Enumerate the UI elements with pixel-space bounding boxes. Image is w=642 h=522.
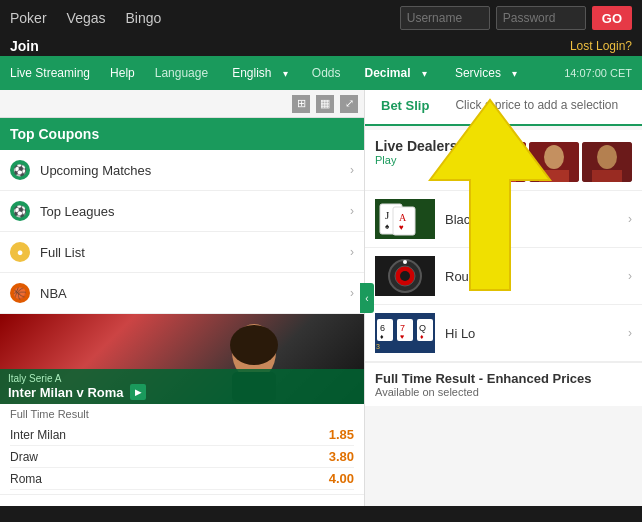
svg-text:♥: ♥ [400,333,404,340]
menu-full-list[interactable]: ● Full List › [0,232,364,273]
game-nav: Poker Vegas Bingo [10,10,161,26]
menu-nba-label: NBA [40,286,350,301]
blackjack-label: Blackjack [445,212,628,227]
nav-decimal-dropdown[interactable]: Decimal ▾ [357,66,435,80]
expand-icon[interactable]: ⤢ [340,95,358,113]
match-result-section: Full Time Result Inter Milan 1.85 Draw 3… [0,404,364,495]
team-1-odds[interactable]: 1.85 [329,427,354,442]
svg-text:6: 6 [380,323,385,333]
circle-icon: ● [10,242,30,262]
hilo-label: Hi Lo [445,326,628,341]
svg-point-22 [400,271,410,281]
team-2-name: Roma [10,472,329,486]
draw-odds[interactable]: 3.80 [329,449,354,464]
arrow-icon-3: › [350,245,354,259]
basketball-icon: 🏀 [10,283,30,303]
result-row-1[interactable]: Inter Milan 1.85 [10,424,354,446]
svg-rect-5 [486,170,516,182]
team-1-name: Inter Milan [10,428,329,442]
result-row-2[interactable]: Draw 3.80 [10,446,354,468]
play-icon[interactable]: ▶ [130,384,146,400]
grid-icon[interactable]: ⊞ [292,95,310,113]
nav-english-dropdown[interactable]: English ▾ [224,66,296,80]
login-area: GO [400,6,632,30]
hilo-arrow-icon: › [628,326,632,340]
bingo-link[interactable]: Bingo [126,10,162,26]
password-input[interactable] [496,6,586,30]
sidebar-toolbar: ⊞ ▦ ⤢ [0,90,364,118]
roulette-thumb [375,256,435,296]
svg-point-1 [230,325,278,365]
svg-text:♥: ♥ [399,223,404,232]
draw-name: Draw [10,450,329,464]
nav-services-dropdown[interactable]: Services ▾ [447,66,525,80]
arrow-icon-1: › [350,163,354,177]
arrow-icon-2: › [350,204,354,218]
menu-top-leagues-label: Top Leagues [40,204,350,219]
poker-link[interactable]: Poker [10,10,47,26]
svg-point-23 [403,260,407,264]
featured-league: Italy Serie A [8,373,356,384]
join-row: Join Lost Login? [0,36,642,56]
svg-point-10 [597,145,617,169]
menu-upcoming-label: Upcoming Matches [40,163,350,178]
live-dealers-images [476,142,632,182]
result-title: Full Time Result [10,408,354,420]
live-dealers-section: Live Dealers Play [365,130,642,191]
svg-text:J: J [385,209,390,221]
betslip-header: Bet Slip Click a price to add a selectio… [365,90,642,126]
bar-icon[interactable]: ▦ [316,95,334,113]
right-panel: Bet Slip Click a price to add a selectio… [365,90,642,506]
casino-blackjack[interactable]: J ♠ A ♥ Blackjack › [365,191,642,248]
enhanced-subtitle: Available on selected [375,386,632,398]
featured-match: Inter Milan v Roma ▶ [8,384,356,400]
hilo-thumb: 6 ♦ 7 ♥ Q ♦ 3 [375,313,435,353]
casino-hilo[interactable]: 6 ♦ 7 ♥ Q ♦ 3 Hi Lo › [365,305,642,362]
enhanced-prices-section: Full Time Result - Enhanced Prices Avail… [365,362,642,406]
live-dealers-play[interactable]: Play [375,154,458,166]
casino-items: J ♠ A ♥ Blackjack › [365,191,642,362]
svg-text:Q: Q [419,323,426,333]
nav-live-streaming[interactable]: Live Streaming [6,66,94,80]
enhanced-title: Full Time Result - Enhanced Prices [375,371,632,386]
menu-upcoming-matches[interactable]: ⚽ Upcoming Matches › [0,150,364,191]
svg-text:♦: ♦ [420,333,424,340]
nav-odds-label: Odds [308,66,345,80]
svg-text:♦: ♦ [380,333,384,340]
match-name: Inter Milan v Roma [8,385,124,400]
nav-bar: Live Streaming Help Language English ▾ O… [0,56,642,90]
team-2-odds[interactable]: 4.00 [329,471,354,486]
featured-overlay: Italy Serie A Inter Milan v Roma ▶ [0,369,364,404]
nav-language-label: Language [151,66,212,80]
soccer-icon-2: ⚽ [10,201,30,221]
svg-point-4 [491,145,511,169]
arrow-icon-4: › [350,286,354,300]
collapse-sidebar-button[interactable]: ‹ [360,283,374,313]
menu-full-list-label: Full List [40,245,350,260]
svg-point-7 [544,145,564,169]
go-button[interactable]: GO [592,6,632,30]
sidebar: ⊞ ▦ ⤢ Top Coupons ⚽ Upcoming Matches › ⚽… [0,90,365,506]
menu-nba[interactable]: 🏀 NBA › [0,273,364,314]
blackjack-arrow-icon: › [628,212,632,226]
lost-login-link[interactable]: Lost Login? [570,39,632,53]
nav-help[interactable]: Help [106,66,139,80]
betslip-hint: Click a price to add a selection [445,90,628,124]
username-input[interactable] [400,6,490,30]
join-link[interactable]: Join [10,38,39,54]
blackjack-thumb: J ♠ A ♥ [375,199,435,239]
result-row-3[interactable]: Roma 4.00 [10,468,354,490]
featured-image: Italy Serie A Inter Milan v Roma ▶ [0,314,364,404]
nav-time: 14:07:00 CET [560,67,636,79]
live-dealers-title: Live Dealers [375,138,458,154]
content-area: ⊞ ▦ ⤢ Top Coupons ⚽ Upcoming Matches › ⚽… [0,90,642,506]
roulette-arrow-icon: › [628,269,632,283]
svg-text:3: 3 [376,343,380,350]
svg-rect-8 [539,170,569,182]
header-top: Poker Vegas Bingo GO [0,0,642,36]
betslip-tab[interactable]: Bet Slip [365,90,445,126]
casino-roulette[interactable]: Roulette › [365,248,642,305]
vegas-link[interactable]: Vegas [67,10,106,26]
svg-text:A: A [399,212,407,223]
menu-top-leagues[interactable]: ⚽ Top Leagues › [0,191,364,232]
